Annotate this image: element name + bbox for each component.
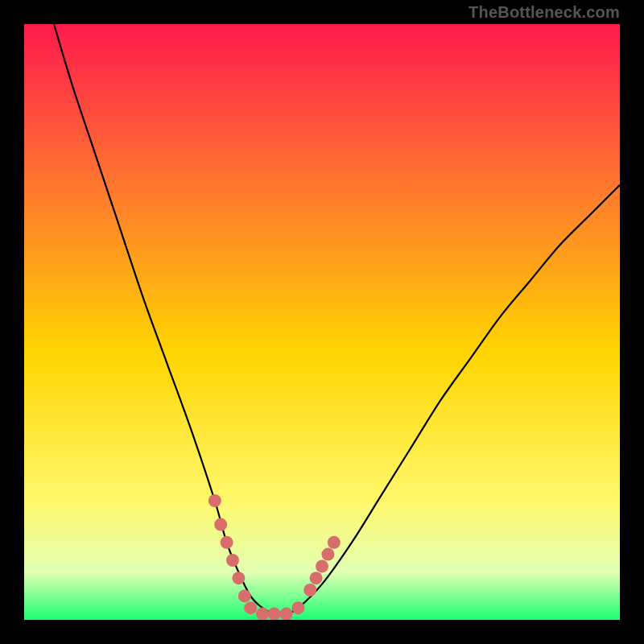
marker-layer	[208, 494, 341, 620]
outer-frame: TheBottleneck.com	[0, 0, 644, 644]
plot-area	[24, 24, 620, 620]
marker-left-run-1	[214, 518, 227, 531]
marker-right-run-2	[316, 559, 328, 572]
marker-left-run-end	[238, 589, 251, 602]
watermark-text: TheBottleneck.com	[469, 3, 620, 22]
marker-left-run-2	[221, 536, 233, 549]
marker-floor-5	[291, 601, 304, 614]
marker-right-run-1	[310, 572, 323, 584]
marker-floor-4	[280, 608, 293, 620]
marker-floor-1	[244, 601, 257, 614]
marker-right-run-3	[321, 548, 334, 561]
marker-left-run-3	[226, 554, 239, 567]
bottleneck-curve	[54, 24, 620, 615]
marker-floor-2	[256, 608, 269, 620]
marker-left-run-start	[208, 494, 221, 507]
marker-right-run-end	[328, 536, 341, 549]
marker-left-run-4	[232, 572, 245, 584]
marker-right-run-start	[303, 584, 316, 597]
marker-floor-3	[268, 608, 281, 620]
chart-layer	[24, 24, 620, 620]
